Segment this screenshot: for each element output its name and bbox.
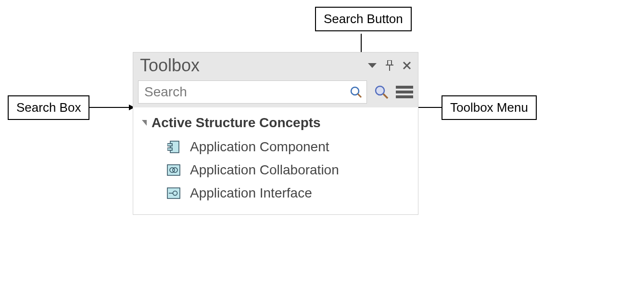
search-icon[interactable] [349,85,363,99]
svg-marker-0 [368,63,377,68]
group-title: Active Structure Concepts [152,115,321,131]
search-box[interactable] [138,80,367,104]
annotation-search-button: Search Button [315,7,412,31]
interface-icon [167,186,180,200]
toolbox-item[interactable]: Application Interface [133,182,418,205]
arrow-line [418,107,442,108]
item-label: Application Collaboration [190,162,339,178]
hamburger-bar [396,91,413,93]
svg-line-9 [383,94,388,98]
hamburger-menu-icon[interactable] [396,85,413,99]
annotation-label: Toolbox Menu [450,100,528,115]
expand-triangle-icon [142,120,147,126]
annotation-search-box: Search Box [8,95,89,120]
arrow-line [88,107,129,108]
component-icon [167,140,180,154]
hamburger-bar [396,95,413,98]
search-button[interactable] [373,83,390,101]
svg-rect-11 [167,144,172,146]
search-input[interactable] [144,84,349,100]
toolbox-panel: Toolbox [133,52,418,215]
toolbox-header: Toolbox [133,53,418,79]
collaboration-icon [167,163,180,177]
svg-rect-13 [167,165,180,175]
toolbox-content: Active Structure Concepts Application Co… [133,107,418,214]
svg-rect-10 [170,141,179,153]
close-icon[interactable] [400,58,414,73]
toolbox-toolbar [133,79,418,107]
item-label: Application Component [190,139,329,155]
pin-icon[interactable] [382,58,397,73]
group-header[interactable]: Active Structure Concepts [133,112,418,135]
panel-title: Toolbox [140,55,362,76]
dropdown-arrow-icon[interactable] [365,58,379,73]
svg-line-7 [358,94,361,97]
svg-rect-12 [167,148,172,150]
toolbox-item[interactable]: Application Component [133,135,418,158]
svg-rect-1 [388,60,391,65]
hamburger-bar [396,86,413,89]
annotation-label: Search Button [324,12,403,26]
toolbox-item[interactable]: Application Collaboration [133,158,418,182]
svg-point-6 [351,87,359,95]
annotation-label: Search Box [16,100,81,115]
svg-point-8 [376,86,384,95]
annotation-toolbox-menu: Toolbox Menu [442,95,537,120]
item-label: Application Interface [190,185,312,201]
